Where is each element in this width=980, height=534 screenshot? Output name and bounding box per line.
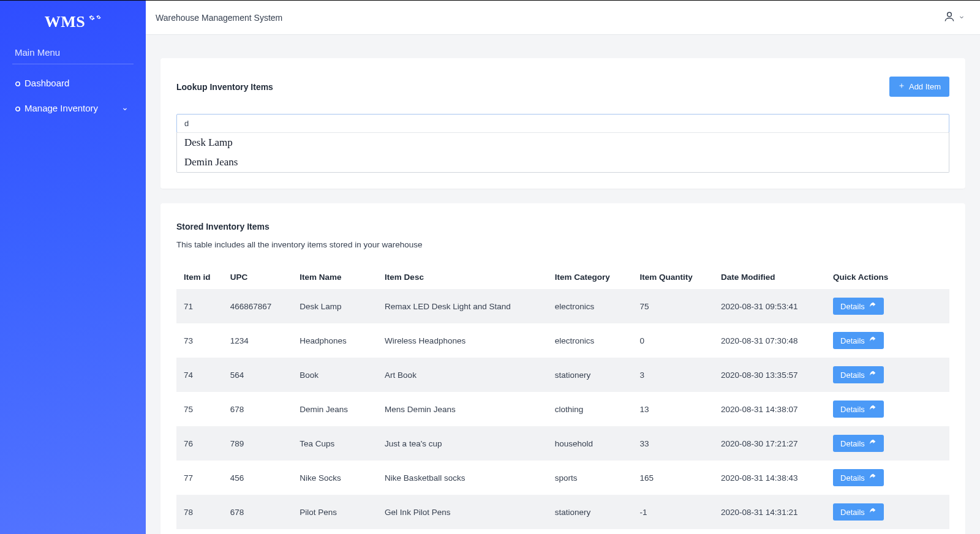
cell-item-quantity: 0 — [633, 323, 714, 358]
cell-quick-actions: Details — [826, 529, 949, 534]
user-icon — [943, 10, 956, 24]
col-item-desc[interactable]: Item Desc — [377, 265, 548, 289]
cell-upc: 466867867 — [223, 289, 293, 323]
table-row: 71466867867Desk LampRemax LED Desk Light… — [176, 289, 949, 323]
details-button[interactable]: Details — [833, 401, 884, 418]
cell-item-desc: Gel Ink Pilot Pens — [377, 495, 548, 529]
cell-item-name: Pilot Pens — [292, 495, 377, 529]
autocomplete-item[interactable]: Desk Lamp — [177, 133, 949, 152]
svg-point-0 — [16, 82, 20, 86]
details-button[interactable]: Details — [833, 469, 884, 486]
cell-upc: 678 — [223, 392, 293, 426]
col-item-quantity[interactable]: Item Quantity — [633, 265, 714, 289]
cell-upc: 564 — [223, 358, 293, 392]
details-label: Details — [840, 370, 865, 380]
bullet-icon — [15, 78, 24, 88]
cell-item-desc: Nike Basketball socks — [377, 461, 548, 495]
cell-item-category: clothing — [548, 392, 633, 426]
cell-item-name: Headphones — [292, 323, 377, 358]
search-wrap — [176, 114, 949, 133]
table-row: 78678Pilot PensGel Ink Pilot Pensstation… — [176, 495, 949, 529]
details-button[interactable]: Details — [833, 503, 884, 521]
cell-upc: 678 — [223, 495, 293, 529]
cell-date-modified: 2020-08-31 06:50:51 — [714, 529, 826, 534]
col-item-category[interactable]: Item Category — [548, 265, 633, 289]
cell-upc: 456 — [223, 461, 293, 495]
cell-date-modified: 2020-08-31 09:53:41 — [714, 289, 826, 323]
cell-quick-actions: Details — [826, 358, 949, 392]
share-icon — [869, 404, 876, 414]
chevron-down-icon — [121, 103, 131, 113]
add-item-label: Add Item — [909, 82, 941, 91]
table-subtitle: This table includes all the inventory it… — [176, 240, 949, 249]
table-row: 731234HeadphonesWireless Headphoneselect… — [176, 323, 949, 358]
table-row: 77456Nike SocksNike Basketball socksspor… — [176, 461, 949, 495]
cell-item-id: 71 — [176, 289, 223, 323]
table-row: 76789Tea CupsJust a tea's cuphousehold33… — [176, 426, 949, 461]
share-icon — [869, 301, 876, 311]
cell-item-name: Nike Socks — [292, 461, 377, 495]
svg-point-1 — [16, 107, 20, 111]
brand-logo[interactable]: WMS — [0, 4, 146, 45]
cell-item-quantity: -1 — [633, 495, 714, 529]
sidebar-item-manage-inventory[interactable]: Manage Inventory — [12, 96, 134, 121]
sidebar-item-label: Manage Inventory — [24, 103, 121, 113]
cell-quick-actions: Details — [826, 426, 949, 461]
share-icon — [869, 473, 876, 483]
col-item-id[interactable]: Item id — [176, 265, 223, 289]
brand-name: WMS — [45, 13, 86, 31]
details-button[interactable]: Details — [833, 366, 884, 383]
cell-date-modified: 2020-08-30 13:35:57 — [714, 358, 826, 392]
col-quick-actions: Quick Actions — [826, 265, 949, 289]
cell-item-desc: Art Book — [377, 358, 548, 392]
search-input[interactable] — [177, 115, 949, 132]
cell-item-desc: Mens Demin Jeans — [377, 392, 548, 426]
details-button[interactable]: Details — [833, 298, 884, 315]
share-icon — [869, 438, 876, 448]
cell-item-quantity: 165 — [633, 461, 714, 495]
lookup-title: Lookup Inventory Items — [176, 82, 273, 92]
page-title: Warehouse Management System — [156, 13, 282, 23]
sidebar-item-dashboard[interactable]: Dashboard — [12, 70, 134, 96]
autocomplete-item[interactable]: Demin Jeans — [177, 152, 949, 172]
cell-item-desc: Wireless Headphones — [377, 323, 548, 358]
sidebar-heading: Main Menu — [12, 45, 134, 64]
cell-item-quantity: 13 — [633, 392, 714, 426]
cell-item-name: Desk Lamp — [292, 289, 377, 323]
cell-item-id: 78 — [176, 495, 223, 529]
cell-item-desc: Just a tea's cup — [377, 426, 548, 461]
col-upc[interactable]: UPC — [223, 265, 293, 289]
table-row: 75678Demin JeansMens Demin Jeansclothing… — [176, 392, 949, 426]
details-label: Details — [840, 473, 865, 483]
details-label: Details — [840, 508, 865, 517]
details-label: Details — [840, 405, 865, 414]
col-date-modified[interactable]: Date Modified — [714, 265, 826, 289]
details-label: Details — [840, 439, 865, 448]
plus-icon — [898, 82, 905, 91]
inventory-table: Item id UPC Item Name Item Desc Item Cat… — [176, 265, 949, 534]
cell-item-desc: Morphe Makeup Brushes SM — [377, 529, 548, 534]
cell-item-quantity: 33 — [633, 426, 714, 461]
cell-item-id: 80 — [176, 529, 223, 534]
col-item-name[interactable]: Item Name — [292, 265, 377, 289]
cell-item-name: Tea Cups — [292, 426, 377, 461]
cell-item-category: electronics — [548, 289, 633, 323]
cell-date-modified: 2020-08-31 07:30:48 — [714, 323, 826, 358]
user-menu[interactable] — [943, 10, 965, 24]
cell-upc: 789 — [223, 426, 293, 461]
cell-item-id: 74 — [176, 358, 223, 392]
details-button[interactable]: Details — [833, 435, 884, 452]
autocomplete-list: Desk Lamp Demin Jeans — [176, 132, 949, 173]
svg-point-2 — [948, 12, 952, 17]
cell-date-modified: 2020-08-31 14:38:07 — [714, 392, 826, 426]
cell-quick-actions: Details — [826, 323, 949, 358]
cell-item-id: 77 — [176, 461, 223, 495]
bullet-icon — [15, 103, 24, 113]
cell-item-category: household — [548, 529, 633, 534]
cell-item-category: stationery — [548, 495, 633, 529]
topbar: Warehouse Management System — [146, 1, 980, 35]
details-button[interactable]: Details — [833, 332, 884, 349]
cell-item-category: household — [548, 426, 633, 461]
cell-item-id: 73 — [176, 323, 223, 358]
add-item-button[interactable]: Add Item — [889, 77, 949, 97]
